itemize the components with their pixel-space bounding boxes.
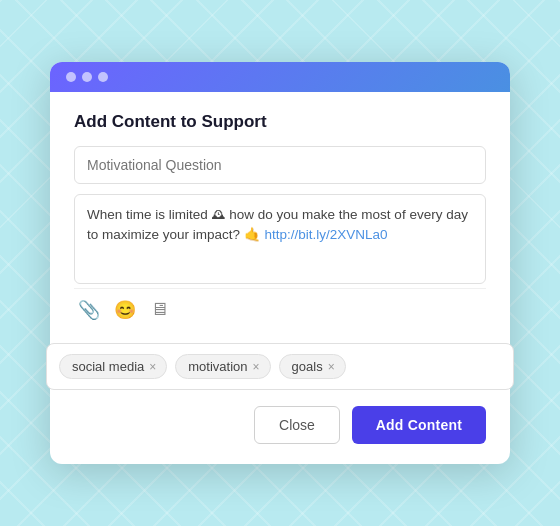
tag-motivation-remove[interactable]: × [253,361,260,373]
media-icon[interactable]: 🖥 [150,299,168,321]
tag-motivation: motivation × [175,354,270,379]
tag-social-media-label: social media [72,359,144,374]
question-input[interactable] [74,146,486,184]
close-button[interactable]: Close [254,406,340,444]
tags-container: social media × motivation × goals × [46,343,514,390]
body-textarea[interactable]: When time is limited 🕰 how do you make t… [74,194,486,284]
add-content-button[interactable]: Add Content [352,406,486,444]
modal-body: Add Content to Support When time is limi… [50,92,510,343]
tag-motivation-label: motivation [188,359,247,374]
attachment-icon[interactable]: 📎 [78,299,100,321]
window-dot-3 [98,72,108,82]
toolbar: 📎 😊 🖥 [74,288,486,327]
tag-social-media-remove[interactable]: × [149,361,156,373]
tag-social-media: social media × [59,354,167,379]
emoji-icon[interactable]: 😊 [114,299,136,321]
title-bar [50,62,510,92]
modal-title: Add Content to Support [74,112,486,132]
modal-footer: Close Add Content [50,390,510,464]
tag-goals-label: goals [292,359,323,374]
tag-goals-remove[interactable]: × [328,361,335,373]
window-dot-2 [82,72,92,82]
modal: Add Content to Support When time is limi… [50,62,510,464]
tag-goals: goals × [279,354,346,379]
window-dot-1 [66,72,76,82]
body-link[interactable]: http://bit.ly/2XVNLa0 [265,227,388,242]
